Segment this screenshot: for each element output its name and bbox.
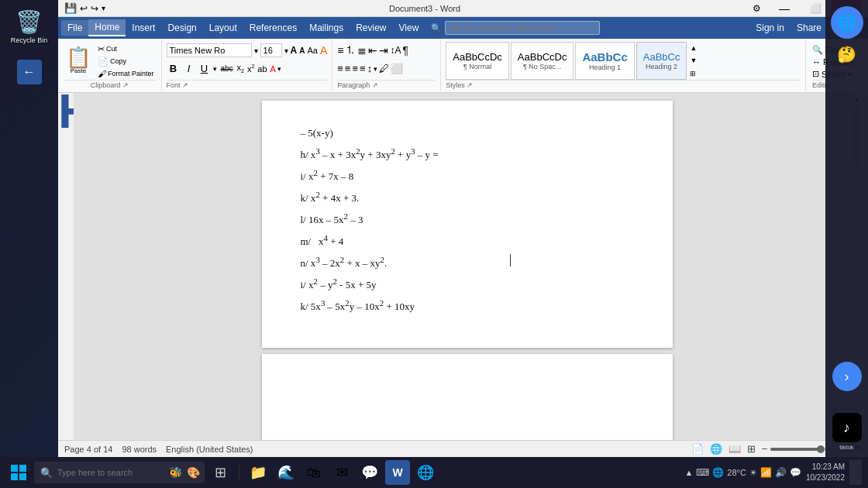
style-no-spacing-btn[interactable]: AaBbCcDc ¶ No Spac... [511,42,574,80]
taskbar-mail[interactable]: ✉ [329,460,354,485]
win-minimize-btn[interactable]: — [769,0,800,17]
temp-display: 28°C [727,468,746,477]
justify-btn[interactable]: ≡ [360,63,366,74]
show-marks-btn[interactable]: ¶ [402,44,408,57]
style-heading2-btn[interactable]: AaBbCc Heading 2 [636,42,687,80]
menu-design[interactable]: Design [161,20,202,36]
subscript-button[interactable]: x2 [237,63,244,74]
document-area[interactable]: ▲ ▼ – 5(x-y) h/ x3 – x + 3x2y + 3xy2 + y… [74,93,860,440]
shading-btn[interactable]: 🖊 [379,63,389,74]
taskbar-store[interactable]: 🛍 [301,460,326,485]
document-page-1[interactable]: – 5(x-y) h/ x3 – x + 3x2y + 3xy2 + y3 – … [262,101,673,348]
font-color-dropdown-btn[interactable]: ▾ [277,65,281,73]
increase-indent-btn[interactable]: ⇥ [379,44,388,57]
menu-insert[interactable]: Insert [126,20,161,36]
font-name-input[interactable] [167,43,252,57]
menu-references[interactable]: References [243,20,303,36]
doc-view-print-btn[interactable]: 📄 [691,443,704,455]
svg-rect-1 [19,465,26,472]
taskbar-search-box[interactable]: 🔍 🐝 🎨 [34,462,205,483]
bullets-btn[interactable]: ≡ [337,44,343,57]
menu-view[interactable]: View [393,20,425,36]
sign-in-btn[interactable]: Sign in [749,20,790,36]
up-arrow-btn[interactable]: ▲ [684,468,693,477]
keyboard-icon[interactable]: ⌨ [696,467,709,478]
doc-view-web-btn[interactable]: 🌐 [710,443,722,455]
taskbar-skype[interactable]: 💬 [357,460,382,485]
taskbar-chrome[interactable]: 🌐 [413,460,438,485]
zoom-slider-thumb[interactable] [817,445,825,453]
style-heading1-btn[interactable]: AaBbCc Heading 1 [575,42,634,80]
focus-mode-btn[interactable]: ⊞ [747,443,756,455]
taskbar-search-input[interactable] [57,468,164,477]
speaker-icon[interactable]: 🔊 [775,467,787,478]
font-size-dropdown-btn[interactable]: ▾ [284,46,288,55]
lang-icon[interactable]: 🌐 [712,467,724,478]
menu-home[interactable]: Home [88,19,126,36]
font-color-btn[interactable]: A [270,64,276,74]
ribbon: 📋 Paste ✂ Cut 📄 Copy 🖌 Format Painter Cl… [58,39,868,93]
text-highlight-btn[interactable]: ab [257,64,267,74]
taskbar-edge[interactable]: 🌊 [274,460,298,485]
back-button[interactable]: ← [14,57,45,88]
multilevel-list-btn[interactable]: ≣ [357,44,367,57]
menu-review[interactable]: Review [350,20,392,36]
chrome-icon-overlay[interactable]: 🌐 [831,6,863,39]
line-spacing-btn[interactable]: ↕ [367,63,373,74]
decrease-indent-btn[interactable]: ⇤ [368,44,377,57]
font-size-increase-btn[interactable]: A [291,45,298,56]
underline-button[interactable]: U [198,62,212,76]
task-view-btn[interactable]: ⊞ [208,460,232,485]
win-settings-btn[interactable]: ⚙ [744,0,769,17]
sort-btn[interactable]: ↕A [390,45,401,56]
overlay-arrow-btn[interactable]: › [832,362,862,391]
network-icon[interactable]: 📶 [760,467,772,478]
font-size-decrease-btn[interactable]: A [299,46,305,55]
copy-button[interactable]: 📄 Copy [95,56,157,67]
taskbar-file-explorer[interactable]: 📁 [246,460,270,485]
superscript-button[interactable]: x2 [247,64,254,74]
notification-icon[interactable]: 💬 [790,467,801,478]
status-bar: Page 4 of 14 98 words English (United St… [58,440,868,457]
format-painter-button[interactable]: 🖌 Format Painter [95,68,157,79]
menu-file[interactable]: File [61,20,88,36]
menu-mailings[interactable]: Mailings [303,20,350,36]
recycle-bin-icon[interactable]: 🗑️ Recycle Bin [8,6,51,47]
font-size-input[interactable] [260,43,282,57]
start-button[interactable] [6,460,31,485]
menu-layout[interactable]: Layout [203,20,243,36]
overlay-emoji[interactable]: 🤔 [837,45,856,64]
document-page-2[interactable] [262,354,673,440]
redo-quick-btn[interactable]: ↪ [91,3,98,14]
doc-view-read-btn[interactable]: 📖 [728,443,741,455]
change-case-btn[interactable]: Aa [307,46,317,55]
share-btn[interactable]: Share [790,20,828,36]
underline-dropdown-btn[interactable]: ▾ [213,65,217,73]
align-right-btn[interactable]: ≡ [352,63,358,74]
paste-button[interactable]: 📋 Paste [63,46,94,76]
tell-me-input[interactable] [445,21,600,35]
bold-button[interactable]: B [167,62,181,76]
styles-group: AaBbCcDc ¶ Normal AaBbCcDc ¶ No Spac... … [441,40,806,91]
doc-line-k1: k/ x2 + 4x + 3. [301,187,634,208]
taskbar-word[interactable]: W [385,460,410,485]
align-center-btn[interactable]: ≡ [345,63,351,74]
save-quick-btn[interactable]: 💾 [64,2,77,14]
style-normal-btn[interactable]: AaBbCcDc ¶ Normal [446,42,509,80]
zoom-out-btn[interactable]: − [762,443,768,455]
undo-quick-btn[interactable]: ↩ [80,3,88,14]
tiktok-icon[interactable]: ♪ [832,413,862,442]
text-effects-btn[interactable]: A [320,44,327,57]
clock-display[interactable]: 10:23 AM 10/23/2022 [806,462,845,483]
font-name-dropdown-btn[interactable]: ▾ [254,46,258,55]
italic-button[interactable]: I [182,62,196,76]
cut-button[interactable]: ✂ Cut [95,43,157,55]
border-btn[interactable]: ⬜ [391,63,403,74]
styles-scroll-btn[interactable]: ▲ ▼ ⊞ [688,42,698,80]
strikethrough-button[interactable]: abc [219,62,236,76]
line-spacing-dropdown-btn[interactable]: ▾ [374,65,377,73]
numbering-btn[interactable]: ⒈ [345,43,356,57]
notification-center-btn[interactable] [849,460,862,485]
align-left-btn[interactable]: ≡ [337,63,343,74]
svg-rect-3 [19,473,26,480]
